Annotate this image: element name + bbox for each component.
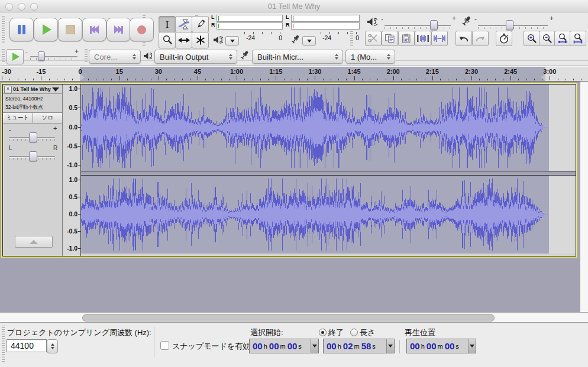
gain-slider-thumb[interactable] [29, 132, 37, 142]
start-hours[interactable]: 00 [253, 341, 263, 351]
track-workspace[interactable]: × 01 Tell Me Why Stereo, 44100Hz 32-bit浮… [0, 82, 588, 312]
length-radio[interactable] [350, 329, 358, 336]
selection-end-time[interactable]: 00h 02m 58s [323, 339, 395, 353]
end-minutes[interactable]: 02 [343, 341, 353, 351]
playspeed-slider-thumb[interactable] [38, 51, 45, 61]
input-device-value: Built-in Micr... [253, 53, 332, 61]
play-button[interactable] [34, 18, 58, 41]
waveform-area[interactable] [81, 85, 576, 256]
transport-toolbar-grip[interactable] [2, 16, 5, 44]
input-device-dropdown[interactable]: Built-in Micr... [252, 50, 343, 64]
timeline-tick [292, 79, 292, 80]
project-rate-input[interactable] [7, 339, 47, 352]
timefield-dropdown-icon[interactable] [468, 339, 476, 353]
output-volume-slider-thumb[interactable] [430, 20, 438, 30]
envelope-tool-button[interactable] [175, 16, 192, 33]
paste-icon [401, 34, 412, 43]
position-hours[interactable]: 00 [410, 341, 420, 351]
timefield-dropdown-icon[interactable] [386, 339, 394, 353]
unit-m: m [354, 343, 360, 350]
draw-tool-button[interactable] [192, 16, 209, 33]
output-device-dropdown[interactable]: Built-in Output [154, 50, 237, 64]
horizontal-scrollbar-thumb[interactable] [82, 314, 495, 321]
playback-meter[interactable]: L R -24 0 [211, 14, 284, 45]
zoom-tool-button[interactable] [159, 32, 176, 48]
fit-selection-button[interactable] [554, 31, 571, 46]
selection-edge-left[interactable] [80, 74, 85, 81]
playspeed-slider[interactable] [30, 56, 77, 57]
selection-start-time[interactable]: 00h 00m 00s [249, 339, 319, 353]
output-volume-slider[interactable] [385, 25, 451, 26]
play-at-speed-button[interactable] [7, 49, 24, 64]
playspeed-toolbar-grip[interactable] [2, 49, 5, 63]
zoom-out-button[interactable] [539, 31, 555, 46]
track-control-panel[interactable]: × 01 Tell Me Why Stereo, 44100Hz 32-bit浮… [3, 85, 63, 256]
end-radio[interactable] [319, 329, 327, 336]
start-minutes[interactable]: 00 [269, 341, 279, 351]
stopwatch-icon [499, 33, 509, 44]
position-seconds[interactable]: 00 [445, 341, 455, 351]
waveform-left-channel[interactable] [81, 85, 576, 171]
pan-slider-thumb[interactable] [29, 151, 37, 161]
project-rate-stepper[interactable] [47, 339, 58, 353]
fit-project-button[interactable] [570, 31, 586, 46]
cut-button[interactable] [365, 31, 382, 46]
collapse-track-button[interactable] [15, 236, 53, 248]
skip-to-end-button[interactable] [106, 18, 131, 41]
multi-tool-button[interactable] [192, 32, 209, 48]
horizontal-scrollbar[interactable] [0, 312, 588, 322]
unit-h: h [421, 343, 425, 350]
ruler-value: -0.5 [63, 142, 77, 150]
ruler-value: -1.0 [63, 245, 77, 252]
timeline-ruler[interactable]: -30-1501530451:001:151:301:452:002:152:3… [0, 66, 588, 82]
copy-button[interactable] [382, 31, 398, 46]
end-hours[interactable]: 00 [327, 341, 337, 351]
selection-toolbar-grip[interactable] [2, 326, 5, 362]
mute-button[interactable]: ミュート [3, 113, 33, 123]
recording-meter[interactable]: L R -24 0 [285, 14, 361, 45]
timeline-tick [393, 76, 394, 80]
input-channels-dropdown[interactable]: 1 (Mo... [345, 50, 395, 64]
zoom-in-button[interactable] [524, 31, 540, 46]
timeline-tick [558, 79, 558, 80]
close-track-button[interactable]: × [4, 86, 12, 93]
silence-audio-button[interactable] [431, 31, 448, 46]
sync-lock-button[interactable] [496, 31, 512, 46]
gain-minus: - [9, 126, 11, 133]
audio-host-dropdown[interactable]: Core... [89, 50, 141, 64]
solo-button[interactable]: ソロ [33, 113, 63, 123]
redo-button[interactable] [472, 31, 489, 46]
timeshift-tool-button[interactable] [175, 32, 192, 48]
vertical-scrollbar[interactable] [580, 82, 588, 312]
selection-tool-button[interactable]: I [159, 16, 176, 33]
ruler-tick [78, 248, 80, 249]
selection-edge-right[interactable] [541, 74, 545, 81]
skip-to-start-button[interactable] [82, 18, 106, 41]
recording-meter-dropdown[interactable] [302, 36, 316, 46]
timeline-tick [166, 79, 167, 80]
stop-button[interactable] [58, 18, 82, 41]
snap-mode-checkbox[interactable] [160, 341, 169, 350]
start-seconds[interactable]: 00 [287, 341, 298, 351]
trim-audio-button[interactable] [415, 31, 431, 46]
pause-button[interactable] [9, 18, 34, 41]
playback-position-time[interactable]: 00h 00m 00s [406, 339, 476, 353]
playback-position-label: 再生位置 [405, 327, 435, 338]
track-menu-dropdown-icon[interactable] [52, 87, 59, 92]
timeline-tick [573, 79, 574, 80]
input-volume-slider-thumb[interactable] [506, 20, 513, 30]
playback-meter-dropdown[interactable] [225, 36, 239, 46]
undo-button[interactable] [455, 31, 472, 46]
title-bar[interactable]: 01 Tell Me Why [0, 0, 588, 14]
device-toolbar-grip[interactable] [85, 49, 88, 63]
timefield-dropdown-icon[interactable] [311, 339, 318, 353]
vertical-ruler[interactable]: 1.00.50.0-0.5-1.01.00.50.0-0.5-1.0 [63, 85, 81, 256]
paste-button[interactable] [398, 31, 415, 46]
pencil-icon [195, 19, 206, 30]
channel-divider[interactable] [81, 171, 576, 176]
end-seconds[interactable]: 58 [361, 341, 371, 351]
timeline-tick [471, 76, 472, 80]
position-minutes[interactable]: 00 [427, 341, 437, 351]
waveform-right-channel[interactable] [81, 176, 576, 254]
record-button[interactable] [130, 18, 154, 41]
